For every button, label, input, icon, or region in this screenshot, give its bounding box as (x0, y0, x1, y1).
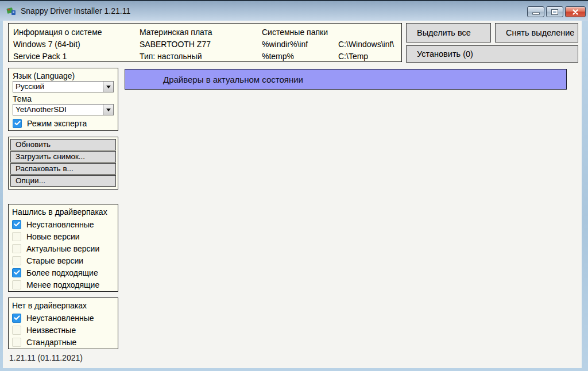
checkbox-icon[interactable] (12, 280, 21, 289)
system-folders-header: Системные папки (262, 28, 328, 37)
chevron-down-icon (106, 86, 111, 88)
checkbox-icon[interactable] (12, 244, 21, 253)
language-label: Язык (Language) (13, 71, 114, 81)
theme-dropdown-button[interactable] (103, 105, 113, 115)
deselect-button[interactable]: Снять выделение (495, 23, 578, 42)
app-window: Snappy Driver Installer 1.21.11 Информац… (0, 0, 588, 371)
update-button[interactable]: Обновить (10, 139, 116, 150)
language-dropdown-button[interactable] (103, 82, 113, 92)
maximize-icon (552, 10, 558, 14)
checkbox-icon[interactable] (13, 119, 22, 128)
select-all-button[interactable]: Выделить все (406, 23, 491, 42)
system-info-panel: Информация о системе Windows 7 (64-bit) … (8, 23, 402, 62)
language-value: Русский (16, 82, 44, 91)
filter-standard-row[interactable]: Стандартные (12, 336, 114, 348)
maximize-button[interactable] (546, 6, 563, 17)
os-name: Windows 7 (64-bit) (13, 40, 80, 49)
motherboard-header: Материнская плата (140, 28, 212, 37)
filter-better-match-row[interactable]: Более подходящие (12, 266, 114, 279)
filter-unknown-row[interactable]: Неизвестные (12, 324, 114, 336)
not-in-driverpacks-panel: Нет в драйверпаках Неустановленные Неизв… (8, 297, 118, 349)
checkbox-icon[interactable] (12, 338, 21, 347)
minimize-button[interactable] (527, 6, 544, 17)
checkbox-icon[interactable] (12, 232, 21, 241)
tools-panel: Обновить Загрузить снимок... Распаковать… (8, 137, 118, 190)
motherboard-model: SABERTOOTH Z77 (140, 40, 211, 49)
options-button[interactable]: Опции... (10, 175, 116, 187)
found-group-title: Нашлись в драйверпаках (12, 207, 114, 218)
unpack-button[interactable]: Распаковать в... (10, 163, 116, 175)
checkbox-icon[interactable] (12, 268, 21, 277)
language-select[interactable]: Русский (13, 81, 114, 92)
windir-path: C:\Windows\inf\ (338, 40, 394, 49)
filter-new-versions-row[interactable]: Новые версии (12, 230, 114, 242)
machine-type: Тип: настольный (140, 52, 202, 61)
minimize-icon (532, 12, 540, 15)
theme-value: YetAnotherSDI (16, 105, 67, 114)
checkbox-icon[interactable] (12, 256, 21, 265)
install-button[interactable]: Установить (0) (406, 45, 578, 63)
filter-missing-not-installed-row[interactable]: Неустановленные (12, 312, 114, 324)
version-label: 1.21.11 (01.11.2021) (9, 353, 83, 362)
filter-worse-match-row[interactable]: Менее подходящие (12, 279, 114, 291)
expert-mode-label: Режим эксперта (27, 119, 87, 128)
app-logo-icon (6, 6, 17, 16)
expert-mode-checkbox-row[interactable]: Режим эксперта (13, 117, 114, 129)
service-pack: Service Pack 1 (13, 52, 67, 61)
found-in-driverpacks-panel: Нашлись в драйверпаках Неустановленные Н… (8, 204, 118, 292)
checkbox-icon[interactable] (12, 220, 21, 229)
filter-old-versions-row[interactable]: Старые версии (12, 254, 114, 266)
theme-label: Тема (13, 94, 114, 104)
content-area: Информация о системе Windows 7 (64-bit) … (3, 21, 582, 368)
close-button[interactable] (565, 6, 586, 17)
filter-current-versions-row[interactable]: Актуальные версии (12, 242, 114, 254)
checkbox-icon[interactable] (12, 326, 21, 335)
window-title: Snappy Driver Installer 1.21.11 (21, 6, 130, 16)
checkbox-icon[interactable] (12, 314, 21, 323)
close-icon (572, 9, 578, 15)
filter-not-installed-row[interactable]: Неустановленные (12, 218, 114, 230)
load-snapshot-button[interactable]: Загрузить снимок... (10, 151, 116, 163)
windir-variable: %windir%\inf (262, 40, 308, 49)
temp-path: C:\Temp (338, 52, 368, 61)
language-theme-panel: Язык (Language) Русский Тема YetAnotherS… (8, 68, 118, 131)
missing-group-title: Нет в драйверпаках (12, 300, 114, 312)
temp-variable: %temp% (262, 52, 294, 61)
system-info-header: Информация о системе (13, 28, 102, 37)
title-bar[interactable]: Snappy Driver Installer 1.21.11 (0, 0, 588, 21)
status-banner: Драйверы в актуальном состоянии (125, 69, 567, 90)
theme-select[interactable]: YetAnotherSDI (13, 104, 114, 115)
chevron-down-icon (106, 109, 111, 111)
